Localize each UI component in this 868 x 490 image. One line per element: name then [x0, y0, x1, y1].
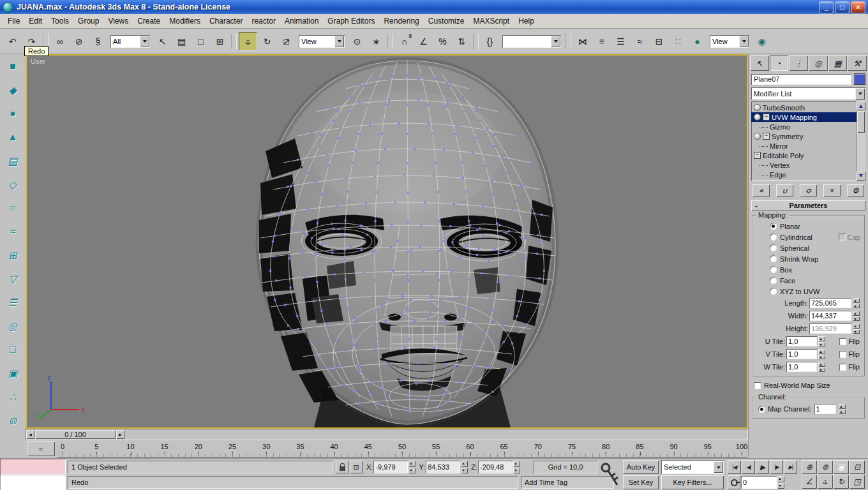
- mapping-option-shrink-wrap[interactable]: Shrink Wrap: [754, 253, 862, 264]
- zoom-all-button[interactable]: ⊛: [818, 460, 833, 474]
- modifier-bulb-icon[interactable]: [754, 104, 761, 111]
- mirror-button[interactable]: ⋈: [573, 32, 592, 50]
- radio-face[interactable]: [770, 277, 777, 284]
- menu-item-modifiers[interactable]: Modifiers: [165, 15, 205, 27]
- menu-item-file[interactable]: File: [3, 15, 24, 27]
- tab-display[interactable]: ▦: [828, 56, 848, 71]
- reactor-tool-8-button[interactable]: ≈: [3, 223, 22, 241]
- render-scene-button[interactable]: ●: [688, 32, 707, 50]
- previous-frame-button[interactable]: ◀|: [742, 460, 755, 474]
- coord-spinner-y[interactable]: [461, 461, 468, 473]
- mapping-option-xyz-to-uvw[interactable]: XYZ to UVW: [754, 286, 862, 297]
- stack-scroll-up-button[interactable]: [857, 101, 865, 110]
- reactor-tool-12-button[interactable]: ◎: [3, 317, 22, 335]
- undo-button[interactable]: ↶: [3, 32, 22, 50]
- pan-button[interactable]: ↔↕: [818, 475, 833, 489]
- stack-scrollbar[interactable]: [857, 101, 865, 181]
- percent-snap-toggle-button[interactable]: %: [433, 32, 452, 50]
- tab-modify[interactable]: ◔: [770, 56, 789, 71]
- selection-lock-toggle-button[interactable]: [336, 461, 348, 473]
- reactor-tool-14-button[interactable]: ▣: [3, 364, 22, 382]
- reactor-tool-16-button[interactable]: ⊚: [3, 412, 22, 429]
- reactor-tool-3-button[interactable]: ●: [3, 105, 22, 122]
- remove-modifier-button[interactable]: ×: [823, 184, 841, 197]
- spinner-snap-toggle-button[interactable]: ⇅: [453, 32, 471, 50]
- expand-box-icon[interactable]: −: [754, 152, 761, 159]
- menu-item-character[interactable]: Character: [205, 15, 248, 27]
- absolute-offset-mode-button[interactable]: ⊡: [350, 461, 363, 473]
- expand-box-icon[interactable]: −: [763, 133, 770, 140]
- object-name-field[interactable]: Plane07: [751, 74, 851, 85]
- mapping-option-box[interactable]: Box: [754, 264, 862, 275]
- menu-item-group[interactable]: Group: [73, 15, 103, 27]
- object-color-swatch[interactable]: [854, 73, 865, 85]
- named-selection-sets-dropdown-arrow[interactable]: [551, 36, 560, 47]
- field-of-view-button[interactable]: ∠: [802, 475, 817, 489]
- arc-rotate-button[interactable]: ↻: [834, 475, 849, 489]
- map-channel-spinner[interactable]: [839, 404, 846, 414]
- maxscript-mini-listener-pane[interactable]: [0, 475, 66, 490]
- maximize-button[interactable]: □: [835, 1, 849, 13]
- modifier-list-arrow[interactable]: [855, 88, 865, 100]
- menu-item-graph-editors[interactable]: Graph Editors: [323, 15, 379, 27]
- align-button[interactable]: ≡: [592, 32, 611, 50]
- coord-spinner-z[interactable]: [513, 461, 520, 473]
- spinner-w-tile[interactable]: [818, 362, 825, 372]
- key-mode-arrow[interactable]: [714, 461, 723, 473]
- show-end-result-button[interactable]: ∪: [776, 184, 793, 197]
- mapping-option-face[interactable]: Face: [754, 275, 862, 286]
- reactor-tool-15-button[interactable]: ∴: [3, 388, 22, 406]
- radio-planar[interactable]: [770, 223, 777, 230]
- reactor-tool-10-button[interactable]: ▽: [3, 270, 22, 288]
- schematic-view-button[interactable]: ⊟: [650, 32, 668, 50]
- set-key-icon-button[interactable]: [600, 461, 620, 489]
- spinner-u-tile[interactable]: [818, 336, 825, 346]
- reactor-tool-7-button[interactable]: ○: [3, 199, 22, 217]
- reference-coordinate-system-dropdown[interactable]: View: [299, 35, 345, 48]
- menu-item-animation[interactable]: Animation: [280, 15, 323, 27]
- radio-shrink-wrap[interactable]: [770, 255, 777, 262]
- field-height[interactable]: 136,929: [809, 323, 851, 334]
- coord-field-y[interactable]: 84,533: [426, 461, 460, 473]
- stack-item-edge[interactable]: Edge: [751, 170, 857, 179]
- stack-scroll-down-button[interactable]: [857, 172, 865, 181]
- render-type-dropdown-arrow[interactable]: [739, 36, 749, 47]
- field-length[interactable]: 725,065: [809, 298, 851, 308]
- play-button[interactable]: ▶: [756, 460, 769, 474]
- modifier-bulb-icon[interactable]: [754, 133, 761, 140]
- configure-modifier-sets-button[interactable]: ⚙: [847, 184, 864, 197]
- real-world-checkbox-box[interactable]: [754, 382, 761, 389]
- select-and-manipulate-button[interactable]: ∗: [367, 32, 385, 50]
- track-bar[interactable]: 0510152025303540455055606570758085909510…: [57, 440, 747, 458]
- snaps-toggle-3d-button[interactable]: ∩3: [395, 32, 414, 50]
- spinner-width[interactable]: [853, 311, 860, 321]
- stack-item-symmetry[interactable]: −Symmetry: [751, 131, 857, 141]
- make-unique-button[interactable]: ≎: [800, 184, 817, 197]
- menu-item-rendering[interactable]: Rendering: [379, 15, 423, 27]
- menu-item-edit[interactable]: Edit: [24, 15, 47, 27]
- menu-item-reactor[interactable]: reactor: [248, 15, 280, 27]
- field-width[interactable]: 144,337: [809, 311, 851, 321]
- flip-checkbox-w-tile[interactable]: Flip: [839, 363, 862, 371]
- stack-scroll-thumb[interactable]: [857, 111, 865, 133]
- stack-item-uvw-mapping[interactable]: −UVW Mapping: [751, 112, 857, 122]
- time-slider[interactable]: ◂ 0 / 100 ▸: [26, 429, 748, 440]
- radio-xyz-to-uvw[interactable]: [770, 288, 777, 295]
- reactor-tool-9-button[interactable]: ⊞: [3, 246, 22, 264]
- set-key-button[interactable]: Set Key: [623, 475, 659, 489]
- material-editor-button[interactable]: ∷: [669, 32, 687, 50]
- pin-stack-button[interactable]: ⌖: [752, 184, 770, 197]
- stack-item-mirror[interactable]: Mirror: [751, 141, 857, 151]
- radio-spherical[interactable]: [770, 244, 777, 251]
- zoom-region-button[interactable]: ⊡: [849, 460, 865, 474]
- quick-render-button[interactable]: ◉: [752, 32, 771, 50]
- rectangular-selection-region-button[interactable]: □: [191, 32, 210, 50]
- coord-field-x[interactable]: -9,979: [373, 461, 408, 473]
- mapping-option-cylindrical[interactable]: CylindricalCap: [754, 232, 862, 242]
- auto-key-button[interactable]: Auto Key: [623, 460, 659, 474]
- select-and-link-button[interactable]: ∞: [50, 32, 69, 50]
- tab-create[interactable]: ↖: [750, 56, 769, 71]
- menu-item-views[interactable]: Views: [103, 15, 133, 27]
- field-w-tile[interactable]: 1,0: [786, 362, 817, 372]
- use-pivot-point-center-button[interactable]: ⊙: [348, 32, 366, 50]
